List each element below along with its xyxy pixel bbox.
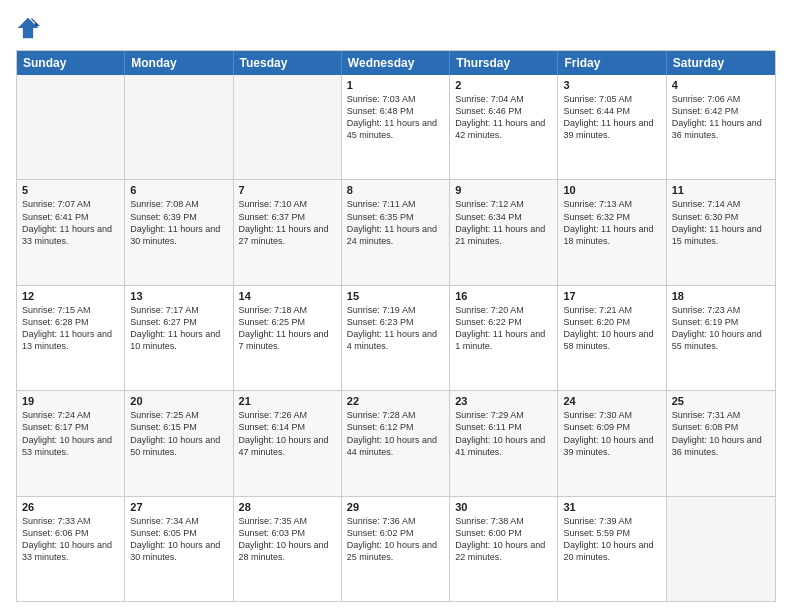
day-info: Sunrise: 7:04 AMSunset: 6:46 PMDaylight:…: [455, 93, 552, 142]
day-number: 11: [672, 184, 770, 196]
calendar-cell: [17, 75, 125, 179]
day-number: 23: [455, 395, 552, 407]
day-number: 28: [239, 501, 336, 513]
calendar-cell: 6Sunrise: 7:08 AMSunset: 6:39 PMDaylight…: [125, 180, 233, 284]
calendar-cell: 10Sunrise: 7:13 AMSunset: 6:32 PMDayligh…: [558, 180, 666, 284]
day-number: 26: [22, 501, 119, 513]
day-number: 5: [22, 184, 119, 196]
calendar-cell: [667, 497, 775, 601]
calendar-cell: [125, 75, 233, 179]
day-info: Sunrise: 7:11 AMSunset: 6:35 PMDaylight:…: [347, 198, 444, 247]
day-number: 27: [130, 501, 227, 513]
calendar-cell: 28Sunrise: 7:35 AMSunset: 6:03 PMDayligh…: [234, 497, 342, 601]
calendar-cell: 17Sunrise: 7:21 AMSunset: 6:20 PMDayligh…: [558, 286, 666, 390]
calendar-cell: 19Sunrise: 7:24 AMSunset: 6:17 PMDayligh…: [17, 391, 125, 495]
cal-header-monday: Monday: [125, 51, 233, 75]
logo-icon: [16, 16, 40, 40]
calendar-week-2: 5Sunrise: 7:07 AMSunset: 6:41 PMDaylight…: [17, 180, 775, 285]
day-info: Sunrise: 7:29 AMSunset: 6:11 PMDaylight:…: [455, 409, 552, 458]
day-number: 7: [239, 184, 336, 196]
day-info: Sunrise: 7:24 AMSunset: 6:17 PMDaylight:…: [22, 409, 119, 458]
calendar-cell: 29Sunrise: 7:36 AMSunset: 6:02 PMDayligh…: [342, 497, 450, 601]
cal-header-friday: Friday: [558, 51, 666, 75]
cal-header-thursday: Thursday: [450, 51, 558, 75]
day-number: 6: [130, 184, 227, 196]
cal-header-saturday: Saturday: [667, 51, 775, 75]
day-number: 17: [563, 290, 660, 302]
day-info: Sunrise: 7:10 AMSunset: 6:37 PMDaylight:…: [239, 198, 336, 247]
day-number: 2: [455, 79, 552, 91]
day-info: Sunrise: 7:26 AMSunset: 6:14 PMDaylight:…: [239, 409, 336, 458]
day-number: 4: [672, 79, 770, 91]
calendar-cell: 15Sunrise: 7:19 AMSunset: 6:23 PMDayligh…: [342, 286, 450, 390]
calendar-body: 1Sunrise: 7:03 AMSunset: 6:48 PMDaylight…: [17, 75, 775, 601]
calendar-cell: 16Sunrise: 7:20 AMSunset: 6:22 PMDayligh…: [450, 286, 558, 390]
day-info: Sunrise: 7:20 AMSunset: 6:22 PMDaylight:…: [455, 304, 552, 353]
day-info: Sunrise: 7:36 AMSunset: 6:02 PMDaylight:…: [347, 515, 444, 564]
day-number: 3: [563, 79, 660, 91]
calendar-cell: 22Sunrise: 7:28 AMSunset: 6:12 PMDayligh…: [342, 391, 450, 495]
logo: [16, 16, 44, 40]
calendar-week-5: 26Sunrise: 7:33 AMSunset: 6:06 PMDayligh…: [17, 497, 775, 601]
calendar-cell: 3Sunrise: 7:05 AMSunset: 6:44 PMDaylight…: [558, 75, 666, 179]
calendar-cell: 30Sunrise: 7:38 AMSunset: 6:00 PMDayligh…: [450, 497, 558, 601]
calendar-cell: 2Sunrise: 7:04 AMSunset: 6:46 PMDaylight…: [450, 75, 558, 179]
day-info: Sunrise: 7:38 AMSunset: 6:00 PMDaylight:…: [455, 515, 552, 564]
day-number: 13: [130, 290, 227, 302]
day-number: 31: [563, 501, 660, 513]
day-number: 14: [239, 290, 336, 302]
day-info: Sunrise: 7:35 AMSunset: 6:03 PMDaylight:…: [239, 515, 336, 564]
calendar-cell: 4Sunrise: 7:06 AMSunset: 6:42 PMDaylight…: [667, 75, 775, 179]
calendar-week-1: 1Sunrise: 7:03 AMSunset: 6:48 PMDaylight…: [17, 75, 775, 180]
calendar-cell: 9Sunrise: 7:12 AMSunset: 6:34 PMDaylight…: [450, 180, 558, 284]
calendar-cell: 8Sunrise: 7:11 AMSunset: 6:35 PMDaylight…: [342, 180, 450, 284]
day-number: 9: [455, 184, 552, 196]
day-info: Sunrise: 7:12 AMSunset: 6:34 PMDaylight:…: [455, 198, 552, 247]
day-number: 25: [672, 395, 770, 407]
day-number: 20: [130, 395, 227, 407]
day-info: Sunrise: 7:13 AMSunset: 6:32 PMDaylight:…: [563, 198, 660, 247]
calendar-cell: 31Sunrise: 7:39 AMSunset: 5:59 PMDayligh…: [558, 497, 666, 601]
day-info: Sunrise: 7:30 AMSunset: 6:09 PMDaylight:…: [563, 409, 660, 458]
day-info: Sunrise: 7:25 AMSunset: 6:15 PMDaylight:…: [130, 409, 227, 458]
day-number: 10: [563, 184, 660, 196]
calendar-cell: 21Sunrise: 7:26 AMSunset: 6:14 PMDayligh…: [234, 391, 342, 495]
cal-header-wednesday: Wednesday: [342, 51, 450, 75]
day-number: 12: [22, 290, 119, 302]
day-info: Sunrise: 7:06 AMSunset: 6:42 PMDaylight:…: [672, 93, 770, 142]
calendar-week-4: 19Sunrise: 7:24 AMSunset: 6:17 PMDayligh…: [17, 391, 775, 496]
calendar: SundayMondayTuesdayWednesdayThursdayFrid…: [16, 50, 776, 602]
day-info: Sunrise: 7:19 AMSunset: 6:23 PMDaylight:…: [347, 304, 444, 353]
calendar-cell: [234, 75, 342, 179]
calendar-cell: 14Sunrise: 7:18 AMSunset: 6:25 PMDayligh…: [234, 286, 342, 390]
day-number: 8: [347, 184, 444, 196]
day-info: Sunrise: 7:21 AMSunset: 6:20 PMDaylight:…: [563, 304, 660, 353]
day-info: Sunrise: 7:23 AMSunset: 6:19 PMDaylight:…: [672, 304, 770, 353]
calendar-cell: 27Sunrise: 7:34 AMSunset: 6:05 PMDayligh…: [125, 497, 233, 601]
calendar-week-3: 12Sunrise: 7:15 AMSunset: 6:28 PMDayligh…: [17, 286, 775, 391]
calendar-cell: 13Sunrise: 7:17 AMSunset: 6:27 PMDayligh…: [125, 286, 233, 390]
day-info: Sunrise: 7:34 AMSunset: 6:05 PMDaylight:…: [130, 515, 227, 564]
day-info: Sunrise: 7:39 AMSunset: 5:59 PMDaylight:…: [563, 515, 660, 564]
day-number: 21: [239, 395, 336, 407]
calendar-cell: 12Sunrise: 7:15 AMSunset: 6:28 PMDayligh…: [17, 286, 125, 390]
day-number: 30: [455, 501, 552, 513]
calendar-cell: 25Sunrise: 7:31 AMSunset: 6:08 PMDayligh…: [667, 391, 775, 495]
page-header: [16, 16, 776, 40]
day-number: 24: [563, 395, 660, 407]
calendar-cell: 7Sunrise: 7:10 AMSunset: 6:37 PMDaylight…: [234, 180, 342, 284]
day-info: Sunrise: 7:31 AMSunset: 6:08 PMDaylight:…: [672, 409, 770, 458]
day-info: Sunrise: 7:18 AMSunset: 6:25 PMDaylight:…: [239, 304, 336, 353]
day-info: Sunrise: 7:05 AMSunset: 6:44 PMDaylight:…: [563, 93, 660, 142]
day-info: Sunrise: 7:17 AMSunset: 6:27 PMDaylight:…: [130, 304, 227, 353]
day-number: 16: [455, 290, 552, 302]
day-info: Sunrise: 7:28 AMSunset: 6:12 PMDaylight:…: [347, 409, 444, 458]
day-number: 15: [347, 290, 444, 302]
calendar-cell: 26Sunrise: 7:33 AMSunset: 6:06 PMDayligh…: [17, 497, 125, 601]
day-info: Sunrise: 7:03 AMSunset: 6:48 PMDaylight:…: [347, 93, 444, 142]
day-number: 29: [347, 501, 444, 513]
day-info: Sunrise: 7:07 AMSunset: 6:41 PMDaylight:…: [22, 198, 119, 247]
day-number: 19: [22, 395, 119, 407]
calendar-header-row: SundayMondayTuesdayWednesdayThursdayFrid…: [17, 51, 775, 75]
day-number: 18: [672, 290, 770, 302]
